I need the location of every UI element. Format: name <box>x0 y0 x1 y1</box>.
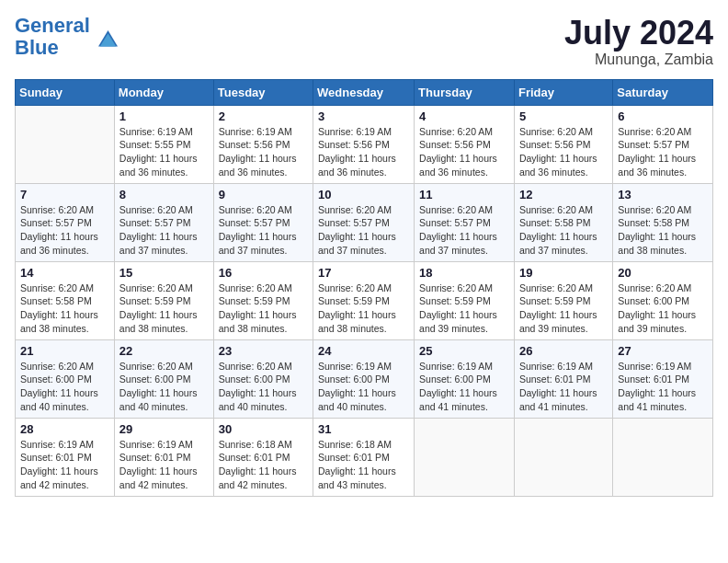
day-number: 10 <box>318 188 409 201</box>
calendar-cell: 1Sunrise: 6:19 AMSunset: 5:55 PMDaylight… <box>114 105 213 183</box>
calendar-cell: 18Sunrise: 6:20 AMSunset: 5:59 PMDayligh… <box>415 261 515 339</box>
day-number: 8 <box>119 188 209 201</box>
calendar-cell: 22Sunrise: 6:20 AMSunset: 6:00 PMDayligh… <box>114 339 213 418</box>
day-info: Sunrise: 6:20 AMSunset: 5:57 PMDaylight:… <box>119 203 209 258</box>
calendar-cell: 30Sunrise: 6:18 AMSunset: 6:01 PMDayligh… <box>213 418 313 496</box>
day-info: Sunrise: 6:20 AMSunset: 5:58 PMDaylight:… <box>519 203 608 258</box>
logo: GeneralBlue <box>15 15 118 59</box>
calendar-cell: 14Sunrise: 6:20 AMSunset: 5:58 PMDayligh… <box>16 261 115 339</box>
calendar-cell: 31Sunrise: 6:18 AMSunset: 6:01 PMDayligh… <box>313 418 415 496</box>
calendar-cell: 20Sunrise: 6:20 AMSunset: 6:00 PMDayligh… <box>613 261 713 339</box>
day-number: 22 <box>119 344 209 358</box>
day-number: 17 <box>318 266 409 280</box>
day-info: Sunrise: 6:20 AMSunset: 5:57 PMDaylight:… <box>219 203 308 258</box>
day-info: Sunrise: 6:19 AMSunset: 6:01 PMDaylight:… <box>119 438 209 492</box>
day-info: Sunrise: 6:20 AMSunset: 5:59 PMDaylight:… <box>318 282 409 336</box>
calendar-table: SundayMondayTuesdayWednesdayThursdayFrid… <box>15 79 713 497</box>
day-info: Sunrise: 6:20 AMSunset: 5:59 PMDaylight:… <box>219 282 308 336</box>
day-number: 21 <box>20 344 109 358</box>
calendar-cell: 12Sunrise: 6:20 AMSunset: 5:58 PMDayligh… <box>514 183 612 261</box>
day-number: 1 <box>119 109 209 123</box>
calendar-cell: 16Sunrise: 6:20 AMSunset: 5:59 PMDayligh… <box>213 261 313 339</box>
calendar-header-monday: Monday <box>114 79 213 105</box>
day-number: 23 <box>219 344 308 358</box>
calendar-cell <box>415 418 515 496</box>
day-number: 9 <box>219 188 308 201</box>
calendar-cell: 26Sunrise: 6:19 AMSunset: 6:01 PMDayligh… <box>514 339 612 418</box>
day-number: 2 <box>219 109 308 123</box>
calendar-cell: 3Sunrise: 6:19 AMSunset: 5:56 PMDaylight… <box>313 105 415 183</box>
calendar-cell: 29Sunrise: 6:19 AMSunset: 6:01 PMDayligh… <box>114 418 213 496</box>
calendar-cell: 23Sunrise: 6:20 AMSunset: 6:00 PMDayligh… <box>213 339 313 418</box>
day-number: 11 <box>419 188 509 201</box>
day-info: Sunrise: 6:20 AMSunset: 6:00 PMDaylight:… <box>20 360 109 414</box>
calendar-cell: 24Sunrise: 6:19 AMSunset: 6:00 PMDayligh… <box>313 339 415 418</box>
day-number: 24 <box>318 344 409 358</box>
day-info: Sunrise: 6:20 AMSunset: 6:00 PMDaylight:… <box>119 360 209 414</box>
day-number: 27 <box>618 344 708 358</box>
day-info: Sunrise: 6:20 AMSunset: 5:57 PMDaylight:… <box>618 125 708 179</box>
calendar-cell: 13Sunrise: 6:20 AMSunset: 5:58 PMDayligh… <box>613 183 713 261</box>
day-info: Sunrise: 6:20 AMSunset: 5:56 PMDaylight:… <box>519 125 608 179</box>
day-number: 6 <box>618 109 708 123</box>
day-number: 3 <box>318 109 409 123</box>
day-info: Sunrise: 6:19 AMSunset: 5:55 PMDaylight:… <box>119 125 209 179</box>
calendar-cell: 4Sunrise: 6:20 AMSunset: 5:56 PMDaylight… <box>415 105 515 183</box>
day-number: 28 <box>20 422 109 436</box>
day-number: 26 <box>519 344 608 358</box>
day-number: 30 <box>219 422 308 436</box>
calendar-header-saturday: Saturday <box>613 79 713 105</box>
calendar-cell <box>613 418 713 496</box>
calendar-cell: 2Sunrise: 6:19 AMSunset: 5:56 PMDaylight… <box>213 105 313 183</box>
month-year-title: July 2024 <box>564 15 713 52</box>
day-info: Sunrise: 6:19 AMSunset: 5:56 PMDaylight:… <box>219 125 308 179</box>
calendar-header-sunday: Sunday <box>16 79 115 105</box>
calendar-cell: 11Sunrise: 6:20 AMSunset: 5:57 PMDayligh… <box>415 183 515 261</box>
day-number: 16 <box>219 266 308 280</box>
calendar-cell <box>514 418 612 496</box>
day-info: Sunrise: 6:19 AMSunset: 6:01 PMDaylight:… <box>20 438 109 492</box>
calendar-cell: 6Sunrise: 6:20 AMSunset: 5:57 PMDaylight… <box>613 105 713 183</box>
calendar-cell: 8Sunrise: 6:20 AMSunset: 5:57 PMDaylight… <box>114 183 213 261</box>
day-info: Sunrise: 6:20 AMSunset: 5:58 PMDaylight:… <box>20 282 109 336</box>
calendar-cell: 21Sunrise: 6:20 AMSunset: 6:00 PMDayligh… <box>16 339 115 418</box>
day-info: Sunrise: 6:19 AMSunset: 6:01 PMDaylight:… <box>618 360 708 414</box>
calendar-cell: 19Sunrise: 6:20 AMSunset: 5:59 PMDayligh… <box>514 261 612 339</box>
day-info: Sunrise: 6:20 AMSunset: 5:59 PMDaylight:… <box>419 282 509 336</box>
day-number: 14 <box>20 266 109 280</box>
calendar-cell: 7Sunrise: 6:20 AMSunset: 5:57 PMDaylight… <box>16 183 115 261</box>
calendar-cell: 17Sunrise: 6:20 AMSunset: 5:59 PMDayligh… <box>313 261 415 339</box>
day-info: Sunrise: 6:20 AMSunset: 5:59 PMDaylight:… <box>519 282 608 336</box>
calendar-cell <box>16 105 115 183</box>
calendar-week-1: 1Sunrise: 6:19 AMSunset: 5:55 PMDaylight… <box>16 105 713 183</box>
day-info: Sunrise: 6:19 AMSunset: 6:01 PMDaylight:… <box>519 360 608 414</box>
day-number: 25 <box>419 344 509 358</box>
day-info: Sunrise: 6:20 AMSunset: 5:57 PMDaylight:… <box>318 203 409 258</box>
day-info: Sunrise: 6:20 AMSunset: 6:00 PMDaylight:… <box>618 282 708 336</box>
calendar-cell: 15Sunrise: 6:20 AMSunset: 5:59 PMDayligh… <box>114 261 213 339</box>
day-info: Sunrise: 6:18 AMSunset: 6:01 PMDaylight:… <box>318 438 409 492</box>
logo-text: GeneralBlue <box>15 15 90 59</box>
day-info: Sunrise: 6:20 AMSunset: 5:57 PMDaylight:… <box>20 203 109 258</box>
day-info: Sunrise: 6:20 AMSunset: 6:00 PMDaylight:… <box>219 360 308 414</box>
day-number: 7 <box>20 188 109 201</box>
day-number: 5 <box>519 109 608 123</box>
day-info: Sunrise: 6:18 AMSunset: 6:01 PMDaylight:… <box>219 438 308 492</box>
calendar-header-wednesday: Wednesday <box>313 79 415 105</box>
calendar-cell: 25Sunrise: 6:19 AMSunset: 6:00 PMDayligh… <box>415 339 515 418</box>
calendar-header-tuesday: Tuesday <box>213 79 313 105</box>
day-number: 29 <box>119 422 209 436</box>
day-number: 20 <box>618 266 708 280</box>
calendar-cell: 10Sunrise: 6:20 AMSunset: 5:57 PMDayligh… <box>313 183 415 261</box>
calendar-header-friday: Friday <box>514 79 612 105</box>
calendar-body: 1Sunrise: 6:19 AMSunset: 5:55 PMDaylight… <box>16 105 713 496</box>
calendar-week-3: 14Sunrise: 6:20 AMSunset: 5:58 PMDayligh… <box>16 261 713 339</box>
day-number: 4 <box>419 109 509 123</box>
day-number: 19 <box>519 266 608 280</box>
title-block: July 2024 Mununga, Zambia <box>564 15 713 68</box>
day-number: 18 <box>419 266 509 280</box>
calendar-week-4: 21Sunrise: 6:20 AMSunset: 6:00 PMDayligh… <box>16 339 713 418</box>
page-header: GeneralBlue July 2024 Mununga, Zambia <box>15 15 713 68</box>
calendar-week-5: 28Sunrise: 6:19 AMSunset: 6:01 PMDayligh… <box>16 418 713 496</box>
day-info: Sunrise: 6:20 AMSunset: 5:57 PMDaylight:… <box>419 203 509 258</box>
